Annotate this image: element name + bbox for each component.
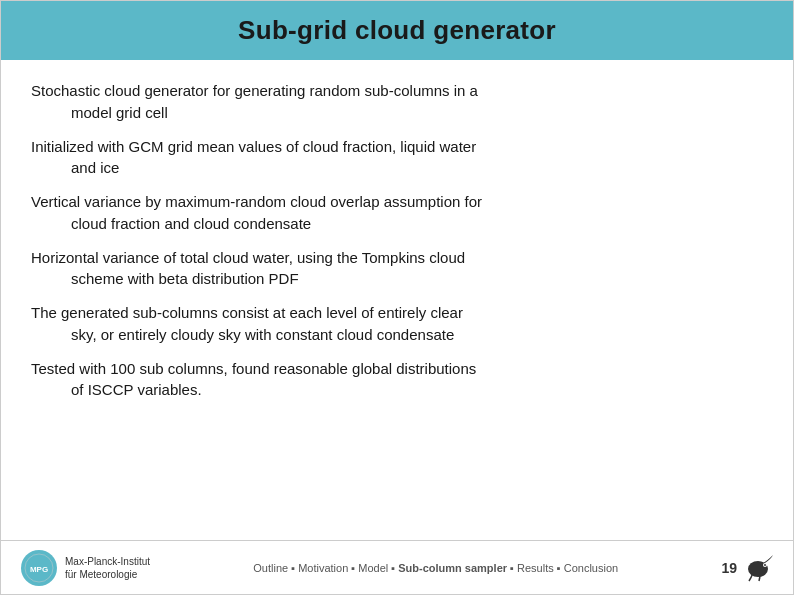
footer-page-section: 19: [721, 553, 773, 583]
bullet-3: Vertical variance by maximum-random clou…: [31, 191, 763, 235]
slide-header: Sub-grid cloud generator: [1, 1, 793, 60]
bullet-5: The generated sub-columns consist at eac…: [31, 302, 763, 346]
bullet-4-text: Horizontal variance of total cloud water…: [31, 249, 763, 291]
bullet-6-text: Tested with 100 sub columns, found reaso…: [31, 360, 763, 402]
slide-content: Stochastic cloud generator for generatin…: [1, 60, 793, 540]
bullet-3-text: Vertical variance by maximum-random clou…: [31, 193, 763, 235]
footer-logo-section: MPG Max-Planck-Institut für Meteorologie: [21, 550, 150, 586]
bird-icon: [743, 553, 773, 583]
bullet-4: Horizontal variance of total cloud water…: [31, 247, 763, 291]
page-number: 19: [721, 560, 737, 576]
bullet-5-text: The generated sub-columns consist at eac…: [31, 304, 763, 346]
slide: Sub-grid cloud generator Stochastic clou…: [0, 0, 794, 595]
bullet-2: Initialized with GCM grid mean values of…: [31, 136, 763, 180]
bullet-1-text: Stochastic cloud generator for generatin…: [31, 82, 763, 124]
footer-nav-active: Sub-column sampler: [398, 562, 507, 574]
logo-icon: MPG: [21, 550, 57, 586]
slide-title: Sub-grid cloud generator: [238, 15, 556, 45]
footer-navigation: Outline ▪ Motivation ▪ Model ▪ Sub-colum…: [150, 562, 721, 574]
slide-footer: MPG Max-Planck-Institut für Meteorologie…: [1, 540, 793, 594]
bullet-6: Tested with 100 sub columns, found reaso…: [31, 358, 763, 402]
bullet-2-text: Initialized with GCM grid mean values of…: [31, 138, 763, 180]
logo-text: Max-Planck-Institut für Meteorologie: [65, 555, 150, 581]
svg-text:MPG: MPG: [30, 565, 48, 574]
svg-point-4: [764, 564, 766, 566]
bullet-1: Stochastic cloud generator for generatin…: [31, 80, 763, 124]
